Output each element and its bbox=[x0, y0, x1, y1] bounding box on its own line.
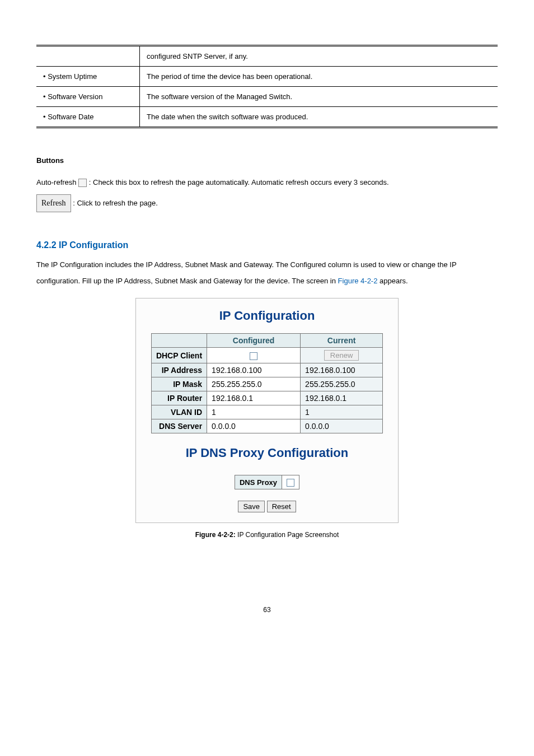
page-number: 63 bbox=[36, 606, 498, 614]
row-label: • Software Date bbox=[36, 107, 140, 128]
table-row: configured SNTP Server, if any. bbox=[36, 46, 498, 67]
renew-button[interactable]: Renew bbox=[324, 350, 359, 361]
ip-address-input[interactable] bbox=[212, 366, 290, 375]
caption-rest: IP Configuration Page Screenshot bbox=[236, 531, 339, 539]
dns-server-current: 0.0.0.0 bbox=[301, 419, 383, 433]
table-row: IP Mask 255.255.255.0 bbox=[151, 377, 382, 391]
save-button[interactable]: Save bbox=[238, 501, 265, 512]
table-row: IP Router 192.168.0.1 bbox=[151, 391, 382, 405]
row-desc: The period of time the device has been o… bbox=[140, 67, 498, 87]
vlan-id-input[interactable] bbox=[212, 408, 290, 417]
caption-bold: Figure 4-2-2: bbox=[195, 531, 236, 539]
table-row: • Software Date The date when the switch… bbox=[36, 107, 498, 128]
figure-caption: Figure 4-2-2: IP Configuration Page Scre… bbox=[36, 531, 498, 539]
dns-proxy-label: DNS Proxy bbox=[235, 475, 282, 489]
table-row: DNS Server 0.0.0.0 bbox=[151, 419, 382, 433]
section-body: The IP Configuration includes the IP Add… bbox=[36, 257, 498, 289]
row-label: • System Uptime bbox=[36, 67, 140, 87]
auto-refresh-prefix: Auto-refresh bbox=[36, 178, 78, 186]
ip-config-table: Configured Current DHCP Client Renew IP … bbox=[151, 333, 383, 433]
col-configured: Configured bbox=[207, 334, 301, 348]
panel-title: IP Configuration bbox=[145, 309, 389, 323]
table-row: • Software Version The software version … bbox=[36, 87, 498, 107]
description-table: configured SNTP Server, if any. • System… bbox=[36, 45, 498, 128]
ip-mask-input[interactable] bbox=[212, 380, 290, 389]
dns-proxy-title: IP DNS Proxy Configuration bbox=[145, 446, 389, 460]
row-desc: The date when the switch software was pr… bbox=[140, 107, 498, 128]
row-label: IP Address bbox=[151, 363, 207, 377]
buttons-heading: Buttons bbox=[36, 156, 498, 165]
row-label: VLAN ID bbox=[151, 405, 207, 419]
reset-button[interactable]: Reset bbox=[267, 501, 296, 512]
row-label: DNS Server bbox=[151, 419, 207, 433]
dns-server-input[interactable] bbox=[212, 422, 290, 431]
vlan-id-current: 1 bbox=[301, 405, 383, 419]
ip-router-current: 192.168.0.1 bbox=[301, 391, 383, 405]
figure-link[interactable]: Figure 4-2-2 bbox=[338, 277, 378, 285]
row-desc: configured SNTP Server, if any. bbox=[140, 46, 498, 67]
table-row: • System Uptime The period of time the d… bbox=[36, 67, 498, 87]
ip-router-input[interactable] bbox=[212, 394, 290, 403]
row-desc: The software version of the Managed Swit… bbox=[140, 87, 498, 107]
table-row: DHCP Client Renew bbox=[151, 348, 382, 363]
dns-proxy-table: DNS Proxy bbox=[235, 475, 299, 489]
dns-proxy-checkbox[interactable] bbox=[287, 479, 294, 487]
refresh-text: : Click to refresh the page. bbox=[73, 198, 158, 207]
table-row: VLAN ID 1 bbox=[151, 405, 382, 419]
row-label: DHCP Client bbox=[151, 348, 207, 363]
ip-address-current: 192.168.0.100 bbox=[301, 363, 383, 377]
table-row: IP Address 192.168.0.100 bbox=[151, 363, 382, 377]
row-label: • Software Version bbox=[36, 87, 140, 107]
col-current: Current bbox=[301, 334, 383, 348]
auto-refresh-text: : Check this box to refresh the page aut… bbox=[89, 178, 389, 186]
section-heading: 4.2.2 IP Configuration bbox=[36, 240, 498, 250]
checkbox-icon[interactable] bbox=[78, 179, 87, 187]
section-body-b: appears. bbox=[377, 277, 407, 285]
ip-mask-current: 255.255.255.0 bbox=[301, 377, 383, 391]
screenshot-panel: IP Configuration Configured Current DHCP… bbox=[135, 298, 399, 523]
refresh-line: Refresh : Click to refresh the page. bbox=[36, 194, 498, 213]
row-label: IP Mask bbox=[151, 377, 207, 391]
refresh-button[interactable]: Refresh bbox=[36, 194, 71, 213]
row-label bbox=[36, 46, 140, 67]
dhcp-checkbox[interactable] bbox=[250, 352, 257, 360]
row-label: IP Router bbox=[151, 391, 207, 405]
auto-refresh-line: Auto-refresh : Check this box to refresh… bbox=[36, 176, 498, 190]
